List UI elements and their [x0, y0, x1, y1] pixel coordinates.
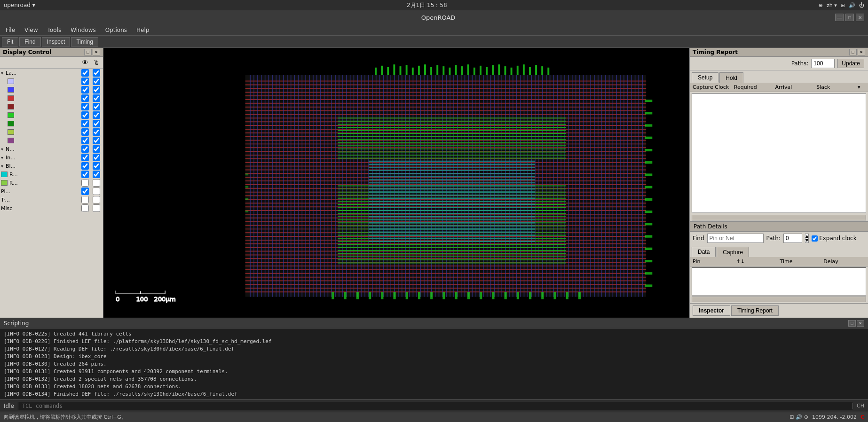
- layer-check-vis-r1[interactable]: [81, 171, 89, 178]
- spinbox-up[interactable]: ▲: [805, 234, 808, 238]
- layer-check-vis-4[interactable]: [81, 103, 89, 110]
- layer-check-vis-r2[interactable]: [81, 179, 89, 187]
- menu-help[interactable]: Help: [133, 26, 153, 34]
- layer-row-5[interactable]: [0, 111, 103, 119]
- timing-button[interactable]: Timing: [71, 37, 98, 47]
- layer-row-3[interactable]: [0, 94, 103, 102]
- layer-check-sel-8[interactable]: [93, 137, 100, 144]
- spinbox-down[interactable]: ▼: [805, 238, 808, 242]
- path-spinbox[interactable]: ▲ ▼: [805, 234, 809, 243]
- tab-inspector[interactable]: Inspector: [693, 305, 730, 316]
- layer-check-sel-pi[interactable]: [93, 188, 100, 195]
- status-right: ⊞ 🔊 ⊕ 1099 204, -2.002 C: [790, 414, 864, 420]
- expand-bl[interactable]: ▾: [1, 164, 6, 169]
- menu-tools[interactable]: Tools: [44, 26, 65, 34]
- layer-row-misc[interactable]: Misc: [0, 204, 103, 212]
- update-button[interactable]: Update: [837, 59, 864, 68]
- tab-hold[interactable]: Hold: [719, 72, 743, 83]
- paths-input[interactable]: [811, 59, 835, 68]
- tab-setup[interactable]: Setup: [692, 72, 718, 83]
- scripting-btn-1[interactable]: □: [848, 320, 856, 327]
- layer-check-vis-5[interactable]: [81, 111, 89, 119]
- layer-check-sel-in[interactable]: [93, 154, 100, 161]
- layer-check-sel-4[interactable]: [93, 103, 100, 110]
- layer-check-vis-2[interactable]: [81, 86, 89, 94]
- scripting-title: Scripting: [4, 320, 29, 327]
- layer-check-sel-6[interactable]: [93, 120, 100, 127]
- minimize-button[interactable]: —: [835, 14, 844, 21]
- panel-btn-1[interactable]: □: [84, 49, 92, 55]
- inspect-button[interactable]: Inspect: [42, 37, 71, 47]
- layer-row-in[interactable]: ▾ In...: [0, 153, 103, 162]
- layer-check-vis-3[interactable]: [81, 94, 89, 102]
- csdn-logo: C: [860, 414, 864, 420]
- layer-check-sel-la[interactable]: [93, 69, 100, 77]
- layer-check-vis-n[interactable]: [81, 145, 89, 153]
- tab-capture[interactable]: Capture: [717, 247, 749, 257]
- layer-check-sel-bl[interactable]: [93, 162, 100, 170]
- timing-report-btn-2[interactable]: ✕: [858, 49, 865, 55]
- layer-check-sel-n[interactable]: [93, 145, 100, 153]
- layer-check-sel-5[interactable]: [93, 111, 100, 119]
- layer-check-vis-7[interactable]: [81, 128, 89, 136]
- path-number-input[interactable]: [783, 234, 802, 243]
- layer-check-vis-misc[interactable]: [81, 204, 89, 212]
- layer-check-vis-1[interactable]: [81, 78, 89, 85]
- menu-options[interactable]: Options: [102, 26, 131, 34]
- layer-check-vis-in[interactable]: [81, 154, 89, 161]
- layer-row-r2[interactable]: R...: [0, 179, 103, 187]
- svg-rect-280: [344, 292, 347, 299]
- close-button[interactable]: ✕: [856, 14, 864, 21]
- expand-la[interactable]: ▾: [1, 70, 6, 76]
- layer-row-7[interactable]: [0, 128, 103, 136]
- menu-view[interactable]: View: [21, 26, 41, 34]
- layer-check-vis-pi[interactable]: [81, 188, 89, 195]
- tcl-input[interactable]: [18, 402, 852, 410]
- layer-check-vis-8[interactable]: [81, 137, 89, 144]
- maximize-button[interactable]: □: [845, 14, 854, 21]
- panel-btn-2[interactable]: ✕: [93, 49, 100, 55]
- col-dropdown[interactable]: ▾: [857, 84, 866, 91]
- layer-check-sel-3[interactable]: [93, 94, 100, 102]
- layer-row-tr[interactable]: Tr...: [0, 195, 103, 204]
- layer-row-8[interactable]: [0, 136, 103, 145]
- ch-label: CH: [852, 403, 868, 409]
- layer-row-2[interactable]: [0, 86, 103, 94]
- layer-row-r1[interactable]: R...: [0, 170, 103, 179]
- layer-check-vis-bl[interactable]: [81, 162, 89, 170]
- lang-selector[interactable]: zh ▾: [827, 2, 837, 8]
- expand-clock-check[interactable]: [812, 235, 818, 242]
- pin-or-net-input[interactable]: [707, 234, 764, 243]
- expand-in[interactable]: ▾: [1, 155, 6, 160]
- layer-check-sel-2[interactable]: [93, 86, 100, 94]
- layer-check-sel-7[interactable]: [93, 128, 100, 136]
- layer-row-1[interactable]: [0, 77, 103, 86]
- path-scrollbar-h[interactable]: [692, 297, 866, 302]
- menu-file[interactable]: File: [2, 26, 19, 34]
- canvas-area[interactable]: 0 100 200μm: [103, 48, 689, 318]
- menu-windows[interactable]: Windows: [67, 26, 100, 34]
- layer-check-sel-misc[interactable]: [93, 204, 100, 212]
- layer-check-vis-tr[interactable]: [81, 196, 89, 203]
- layer-row-6[interactable]: [0, 119, 103, 128]
- layer-check-sel-r2[interactable]: [93, 179, 100, 187]
- tab-data[interactable]: Data: [692, 247, 716, 257]
- find-button[interactable]: Find: [19, 37, 40, 47]
- layer-check-vis-6[interactable]: [81, 120, 89, 127]
- tab-timing-report[interactable]: Timing Report: [731, 305, 779, 316]
- layer-check-sel-r1[interactable]: [93, 171, 100, 178]
- fit-button[interactable]: Fit: [2, 37, 18, 47]
- layer-check-vis-la[interactable]: [81, 69, 89, 77]
- layer-row-pi[interactable]: Pi...: [0, 187, 103, 195]
- timing-scrollbar-h[interactable]: [692, 215, 866, 220]
- expand-n[interactable]: ▾: [1, 147, 6, 152]
- layer-check-sel-tr[interactable]: [93, 196, 100, 203]
- layer-row-4[interactable]: [0, 102, 103, 111]
- layer-row-n[interactable]: ▾ N...: [0, 145, 103, 153]
- timing-report-btn-1[interactable]: □: [849, 49, 857, 55]
- layer-row-bl[interactable]: ▾ Bl...: [0, 162, 103, 170]
- app-menu-label[interactable]: openroad ▾: [4, 2, 35, 8]
- layer-row-la[interactable]: ▾ La...: [0, 69, 103, 77]
- scripting-btn-2[interactable]: ✕: [857, 320, 864, 327]
- layer-check-sel-1[interactable]: [93, 78, 100, 85]
